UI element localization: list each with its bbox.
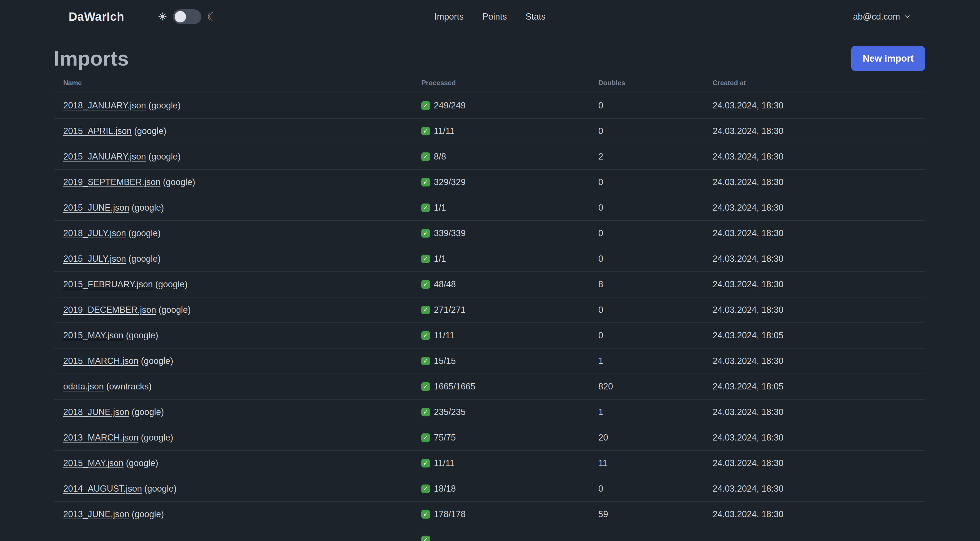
import-source: (google) [142, 484, 177, 493]
processed-count: 11/11 [434, 330, 455, 341]
import-file-link[interactable]: 2019_DECEMBER.json [63, 305, 156, 315]
success-check-icon: ✓ [422, 357, 430, 365]
import-file-link[interactable]: 2015_MAY.json [63, 458, 124, 468]
import-file-link[interactable]: 2015_JANUARY.json [63, 152, 146, 161]
nav-link-stats[interactable]: Stats [525, 12, 546, 22]
processed-count: 329/329 [434, 177, 466, 188]
created-at-cell: 24.03.2024, 18:30 [703, 501, 925, 527]
created-at-cell: 24.03.2024, 18:30 [703, 195, 925, 220]
name-cell: 2019_SEPTEMBER.json (google) [54, 169, 412, 195]
nav-link-imports[interactable]: Imports [434, 12, 464, 22]
import-source: (google) [129, 407, 164, 417]
doubles-cell: 0 [589, 93, 703, 118]
import-file-link[interactable]: 2015_JULY.json [63, 254, 126, 264]
import-source: (google) [153, 279, 188, 289]
table-row: 2015_MAY.json (google)✓11/111124.03.2024… [54, 450, 925, 476]
processed-count: 48/48 [434, 279, 456, 290]
import-file-link[interactable]: 2015_JUNE.json [63, 203, 129, 212]
import-file-link[interactable]: 2018_JUNE.json [63, 407, 129, 417]
new-import-button[interactable]: New import [851, 46, 925, 71]
import-file-link[interactable]: 2014_AUGUST.json [63, 484, 142, 493]
name-cell: 2015_FEBRUARY.json (google) [54, 271, 412, 297]
created-at-cell: 24.03.2024, 18:30 [703, 271, 925, 297]
name-cell: 2018_JANUARY.json (google) [54, 93, 412, 118]
import-file-link[interactable]: 2015_MAY.json [63, 330, 124, 340]
created-at-cell: 24.03.2024, 18:30 [703, 118, 925, 144]
table-row: 2018_JUNE.json (google)✓235/235124.03.20… [54, 399, 925, 425]
nav-link-points[interactable]: Points [482, 12, 507, 22]
created-at-cell: 24.03.2024, 18:30 [703, 246, 925, 271]
doubles-cell: 8 [589, 271, 703, 297]
import-file-link[interactable]: 2015_APRIL.json [63, 126, 132, 136]
import-file-link[interactable]: odata.json [63, 381, 104, 391]
created-at-cell [703, 527, 925, 541]
processed-cell: ✓1/1 [412, 246, 589, 271]
import-source: (google) [124, 330, 158, 340]
created-at-cell: 24.03.2024, 18:30 [703, 169, 925, 195]
processed-cell: ✓329/329 [412, 169, 589, 195]
theme-toggle[interactable]: ☀ ☾ [158, 10, 216, 24]
import-file-link[interactable]: 2015_FEBRUARY.json [63, 279, 153, 289]
import-source: (google) [138, 432, 173, 442]
doubles-cell: 1 [589, 348, 703, 374]
import-file-link[interactable]: 2013_MARCH.json [63, 432, 138, 442]
doubles-cell: 59 [589, 501, 703, 527]
success-check-icon: ✓ [422, 459, 430, 468]
created-at-cell: 24.03.2024, 18:05 [703, 374, 925, 399]
theme-switch[interactable] [173, 10, 201, 24]
created-at-cell: 24.03.2024, 18:05 [703, 323, 925, 348]
user-menu[interactable]: ab@cd.com [853, 12, 912, 22]
import-source: (google) [129, 203, 164, 212]
column-header-processed: Processed [412, 74, 589, 93]
created-at-cell: 24.03.2024, 18:30 [703, 450, 925, 476]
name-cell: 2015_JULY.json (google) [54, 246, 412, 271]
processed-cell: ✓271/271 [412, 297, 589, 323]
processed-cell: ✓15/15 [412, 348, 589, 374]
processed-cell: ✓339/339 [412, 220, 589, 246]
table-row: 2013_MARCH.json (google)✓75/752024.03.20… [54, 425, 925, 450]
processed-cell: ✓48/48 [412, 271, 589, 297]
imports-table-body: 2018_JANUARY.json (google)✓249/249024.03… [54, 93, 925, 541]
processed-cell: ✓1/1 [412, 195, 589, 220]
brand-logo[interactable]: DaWarIch [68, 10, 124, 24]
import-file-link[interactable]: 2018_JULY.json [63, 228, 126, 238]
doubles-cell: 0 [589, 118, 703, 144]
imports-table-container: Name Processed Doubles Created at 2018_J… [0, 71, 980, 541]
processed-count: 271/271 [434, 305, 466, 315]
import-file-link[interactable]: 2019_SEPTEMBER.json [63, 177, 161, 187]
processed-count: 15/15 [434, 356, 456, 366]
name-cell: 2018_JUNE.json (google) [54, 399, 412, 425]
processed-cell: ✓11/11 [412, 118, 589, 144]
processed-count: 75/75 [434, 432, 456, 443]
processed-count: 178/178 [434, 509, 466, 520]
processed-count: 11/11 [434, 126, 455, 137]
table-row: 2015_MAY.json (google)✓11/11024.03.2024,… [54, 323, 925, 348]
processed-count: 11/11 [434, 458, 455, 469]
processed-count: 235/235 [434, 407, 466, 418]
doubles-cell: 11 [589, 450, 703, 476]
import-source: (google) [161, 177, 195, 187]
success-check-icon: ✓ [422, 510, 430, 519]
created-at-cell: 24.03.2024, 18:30 [703, 297, 925, 323]
processed-count: 1/1 [434, 203, 446, 213]
name-cell: 2015_JUNE.json (google) [54, 195, 412, 220]
success-check-icon: ✓ [422, 127, 430, 136]
import-file-link[interactable]: 2015_MARCH.json [63, 356, 138, 366]
processed-cell: ✓ [412, 527, 589, 541]
table-row: 2015_JANUARY.json (google)✓8/8224.03.202… [54, 144, 925, 169]
main-nav: Imports Points Stats [434, 12, 546, 22]
doubles-cell: 820 [589, 374, 703, 399]
import-file-link[interactable]: 2013_JUNE.json [63, 509, 129, 519]
doubles-cell: 0 [589, 476, 703, 501]
doubles-cell: 20 [589, 425, 703, 450]
success-check-icon: ✓ [422, 433, 430, 442]
table-row: 2015_JULY.json (google)✓1/1024.03.2024, … [54, 246, 925, 271]
import-file-link[interactable]: 2018_JANUARY.json [63, 101, 146, 110]
column-header-name: Name [54, 74, 412, 93]
name-cell: 2015_JANUARY.json (google) [54, 144, 412, 169]
processed-count: 249/249 [434, 100, 466, 111]
success-check-icon: ✓ [422, 229, 430, 238]
processed-cell: ✓8/8 [412, 144, 589, 169]
processed-count: 1665/1665 [434, 381, 476, 392]
success-check-icon: ✓ [422, 152, 430, 161]
